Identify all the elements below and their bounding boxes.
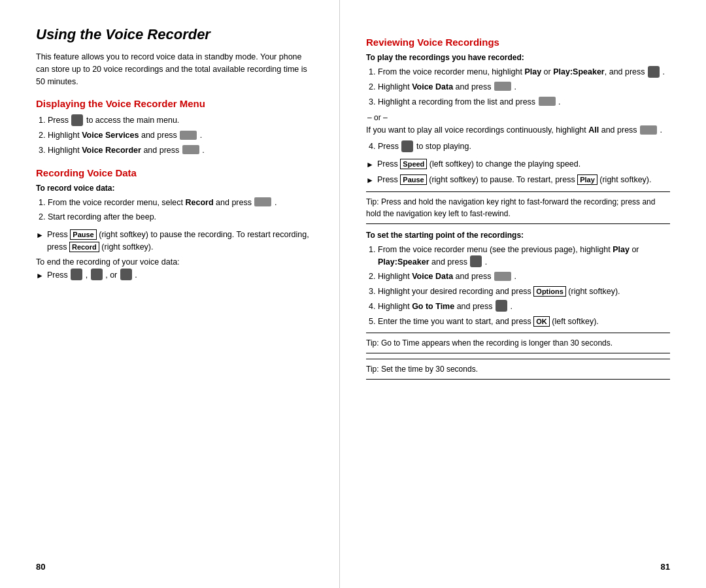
list-item: Highlight your desired recording and pre… <box>378 286 670 298</box>
arrow-icon4: ► <box>366 174 374 186</box>
bullet-speed: ► Press Speed (left softkey) to change t… <box>366 158 670 171</box>
ok-r5 <box>470 255 482 267</box>
right-steps2: From the voice recorder menu (see the pr… <box>378 244 670 328</box>
pause-btn2: Pause <box>400 174 426 185</box>
right-steps1: From the voice recorder menu, highlight … <box>378 66 670 108</box>
list-item: From the voice recorder menu, select Rec… <box>48 197 313 209</box>
tip-box3: Tip: Set the time by 30 seconds. <box>366 359 670 380</box>
tip-box2: Tip: Go to Time appears when the recordi… <box>366 333 670 353</box>
to-end-text: To end the recording of your voice data: <box>36 257 313 267</box>
tip3-text: Tip: Set the time by 30 seconds. <box>366 365 478 374</box>
bullet-end: ► Press , , or . <box>36 269 313 282</box>
bullet-end-text: Press , , or . <box>47 269 313 282</box>
ok-icon3 <box>254 197 271 206</box>
bullet-pause2: ► Press Pause (right softkey) to pause. … <box>366 174 670 186</box>
tip-box1: Tip: Press and hold the navigation key r… <box>366 191 670 224</box>
section2-title: Recording Voice Data <box>36 167 313 178</box>
list-item: Highlight Voice Recorder and press . <box>48 144 313 157</box>
ok-icon <box>180 131 197 140</box>
right-page: Reviewing Voice Recordings To play the r… <box>340 0 706 588</box>
ok-icon2 <box>182 145 199 154</box>
list-item: Highlight Go to Time and press . <box>378 301 670 313</box>
right-section-title: Reviewing Voice Recordings <box>366 37 670 48</box>
sub-label-play: To play the recordings you have recorded… <box>366 53 670 62</box>
sub-label-record: To record voice data: <box>36 184 313 193</box>
play-btn: Play <box>577 174 597 185</box>
page-number-right: 81 <box>661 562 670 572</box>
bullet-speed-text: Press Speed (left softkey) to change the… <box>377 158 670 171</box>
record-btn: Record <box>69 242 99 252</box>
end-icon3 <box>120 269 132 280</box>
ok-r6 <box>494 272 511 281</box>
list-item: Press to stop playing. <box>378 140 670 153</box>
end-icon2 <box>91 269 103 280</box>
speed-btn: Speed <box>400 159 427 169</box>
options-btn: Options <box>533 286 566 297</box>
arrow-icon: ► <box>36 229 44 241</box>
ok-r1 <box>648 66 660 78</box>
section2-steps: From the voice recorder menu, select Rec… <box>48 197 313 224</box>
list-item: Highlight a recording from the list and … <box>378 96 670 108</box>
list-item: From the voice recorder menu (see the pr… <box>378 244 670 269</box>
bullet-pause: ► Press Pause (right softkey) to pause t… <box>36 229 313 253</box>
intro-text: This feature allows you to record voice … <box>36 51 313 88</box>
tip2-text: Tip: Go to Time appears when the recordi… <box>366 338 613 348</box>
menu-icon <box>71 114 83 126</box>
sub-label-start: To set the starting point of the recordi… <box>366 231 670 240</box>
page-title: Using the Voice Recorder <box>36 26 313 43</box>
right-steps1-cont: Press to stop playing. <box>378 140 670 153</box>
list-item: Start recording after the beep. <box>48 211 313 223</box>
bullet-pause-text: Press Pause (right softkey) to pause the… <box>47 229 313 253</box>
left-page: Using the Voice Recorder This feature al… <box>0 0 340 588</box>
ok-btn: OK <box>533 316 550 327</box>
tip1-text: Tip: Press and hold the navigation key r… <box>366 197 655 218</box>
section1-title: Displaying the Voice Recorder Menu <box>36 98 313 109</box>
section1-steps: Press to access the main menu. Highlight… <box>48 114 313 156</box>
stop-icon <box>401 140 413 152</box>
ok-r2 <box>494 82 511 91</box>
end-icon1 <box>71 269 82 280</box>
arrow-icon3: ► <box>366 159 374 171</box>
or-text: – or – <box>366 113 670 122</box>
pause-btn: Pause <box>70 229 96 240</box>
ok-r3 <box>539 97 556 106</box>
list-item: Press to access the main menu. <box>48 114 313 127</box>
ok-r4 <box>640 125 657 135</box>
bullet-pause2-text: Press Pause (right softkey) to pause. To… <box>377 174 670 186</box>
list-item: Highlight Voice Data and press . <box>378 270 670 283</box>
list-item: From the voice recorder menu, highlight … <box>378 66 670 78</box>
arrow-icon2: ► <box>36 270 44 282</box>
ok-r7 <box>496 300 507 312</box>
list-item: Highlight Voice Data and press . <box>378 81 670 93</box>
if-text: If you want to play all voice recordings… <box>366 124 670 137</box>
list-item: Highlight Voice Services and press . <box>48 129 313 142</box>
list-item: Enter the time you want to start, and pr… <box>378 316 670 328</box>
page-number-left: 80 <box>36 562 45 572</box>
